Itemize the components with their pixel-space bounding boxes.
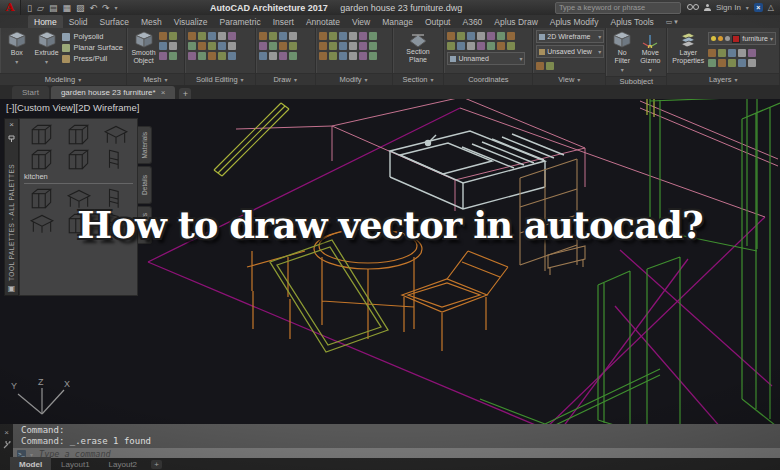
tool-icon[interactable]: [279, 52, 287, 60]
tool-icon[interactable]: [546, 62, 554, 70]
tool-icon[interactable]: [259, 32, 267, 40]
tool-icon[interactable]: [369, 52, 377, 60]
tool-icon[interactable]: [289, 42, 297, 50]
tool-icon[interactable]: [349, 52, 357, 60]
help-icon[interactable]: △: [768, 3, 774, 12]
layer-freeze-icon[interactable]: [718, 36, 723, 41]
tool-icon[interactable]: [369, 42, 377, 50]
tool-icon[interactable]: [718, 59, 726, 67]
tab-layout2[interactable]: Layout2: [100, 457, 146, 470]
file-tab-document[interactable]: garden house 23 furniture* ×: [51, 86, 175, 99]
tool-icon[interactable]: [169, 32, 177, 40]
tool-icon[interactable]: [497, 32, 505, 40]
tool-icon[interactable]: [218, 42, 226, 50]
tool-icon[interactable]: [159, 32, 167, 40]
tool-icon[interactable]: [748, 49, 756, 57]
save-icon[interactable]: ▤: [49, 3, 58, 13]
tool-icon[interactable]: [487, 32, 495, 40]
ucs-select[interactable]: Unnamed▾: [447, 52, 525, 65]
panel-label-coordinates[interactable]: Coordinates: [444, 73, 532, 85]
tool-icon[interactable]: [208, 32, 216, 40]
box-button[interactable]: Box▾: [3, 30, 31, 66]
tool-icon[interactable]: [269, 52, 277, 60]
new-drawing-tab-button[interactable]: +: [179, 88, 191, 99]
tool-icon[interactable]: [228, 42, 236, 50]
block-tool-drawer-unit[interactable]: [66, 148, 92, 170]
panel-label-solid-editing[interactable]: Solid Editing▾: [185, 73, 255, 85]
tool-icon[interactable]: [188, 52, 196, 60]
tab-layout1[interactable]: Layout1: [52, 457, 98, 470]
command-customize-icon[interactable]: [3, 441, 11, 449]
tool-icon[interactable]: [447, 32, 455, 40]
tool-icon[interactable]: [218, 52, 226, 60]
palette-close-icon[interactable]: ×: [9, 121, 14, 129]
ribbon-tab-parametric[interactable]: Parametric: [214, 15, 267, 28]
ribbon-tab-aplus-modify[interactable]: Aplus Modify: [544, 15, 605, 28]
tool-icon[interactable]: [228, 52, 236, 60]
tool-icon[interactable]: [457, 42, 465, 50]
block-tool-base-cabinet[interactable]: [29, 148, 55, 170]
tool-icon[interactable]: [507, 32, 515, 40]
tool-icon[interactable]: [507, 42, 515, 50]
tool-icon[interactable]: [188, 32, 196, 40]
sign-in-button[interactable]: Sign In: [716, 3, 741, 12]
block-tool-tall-cabinet[interactable]: [66, 123, 92, 145]
palette-properties-icon[interactable]: ▣: [8, 285, 16, 293]
tool-icon[interactable]: [738, 59, 746, 67]
palette-pin-icon[interactable]: [8, 133, 15, 142]
ribbon-tab-aplus-tools[interactable]: Aplus Tools: [604, 15, 659, 28]
palette-tab-materials[interactable]: Materials: [138, 126, 152, 164]
tool-icon[interactable]: [198, 52, 206, 60]
tool-icon[interactable]: [188, 42, 196, 50]
ribbon-tab-insert[interactable]: Insert: [267, 15, 300, 28]
tab-model[interactable]: Model: [10, 457, 51, 470]
ribbon-tab-a360[interactable]: A360: [456, 15, 488, 28]
ribbon-tab-view[interactable]: View: [346, 15, 376, 28]
tool-icon[interactable]: [467, 42, 475, 50]
block-tool-cabinet[interactable]: [29, 123, 55, 145]
block-tool-narrow-cabinet[interactable]: [103, 148, 129, 170]
search-icon[interactable]: [687, 3, 699, 12]
tool-icon[interactable]: [319, 52, 327, 60]
tool-icon[interactable]: [497, 42, 505, 50]
tool-icon[interactable]: [349, 32, 357, 40]
ribbon-tab-aplus-draw[interactable]: Aplus Draw: [488, 15, 543, 28]
named-view-select[interactable]: Unsaved View▾: [536, 45, 604, 58]
panel-label-layers[interactable]: Layers▾: [667, 73, 779, 85]
extrude-button[interactable]: Extrude▾: [33, 30, 61, 66]
layer-properties-button[interactable]: Layer Properties: [670, 30, 706, 65]
press-pull-button[interactable]: Press/Pull: [62, 54, 123, 63]
tool-icon[interactable]: [748, 59, 756, 67]
ribbon-collapse-icon[interactable]: ▭ ▾: [660, 15, 684, 28]
layer-lock-icon[interactable]: [725, 36, 730, 41]
plot-icon[interactable]: ▨: [76, 3, 85, 13]
drawing-canvas[interactable]: [-][Custom View][2D Wireframe]: [0, 99, 780, 424]
tool-icon[interactable]: [718, 49, 726, 57]
help-search-input[interactable]: [555, 2, 681, 14]
close-tab-icon[interactable]: ×: [161, 88, 166, 97]
tool-icon[interactable]: [477, 32, 485, 40]
no-filter-button[interactable]: No Filter▾: [609, 30, 635, 74]
move-gizmo-button[interactable]: Move Gizmo▾: [637, 30, 663, 74]
tool-icon[interactable]: [319, 42, 327, 50]
tool-icon[interactable]: [536, 62, 544, 70]
tool-icon[interactable]: [319, 32, 327, 40]
tool-icon[interactable]: [728, 49, 736, 57]
tool-icon[interactable]: [359, 32, 367, 40]
tool-icon[interactable]: [329, 52, 337, 60]
app-logo-icon[interactable]: A: [0, 0, 21, 15]
tool-icon[interactable]: [169, 42, 177, 50]
tool-icon[interactable]: [369, 32, 377, 40]
panel-label-draw[interactable]: Draw▾: [256, 73, 315, 85]
visual-style-select[interactable]: 2D Wireframe▾: [536, 30, 604, 43]
planar-surface-button[interactable]: Planar Surface: [62, 43, 123, 52]
tool-icon[interactable]: [447, 42, 455, 50]
tool-icon[interactable]: [289, 52, 297, 60]
layer-color-swatch[interactable]: [732, 35, 740, 43]
block-tool-sink[interactable]: [103, 123, 129, 145]
tool-icon[interactable]: [708, 49, 716, 57]
panel-label-view[interactable]: View▾: [533, 73, 605, 85]
panel-label-modeling[interactable]: Modeling▾: [0, 73, 126, 85]
tool-icon[interactable]: [349, 42, 357, 50]
tool-icon[interactable]: [359, 42, 367, 50]
